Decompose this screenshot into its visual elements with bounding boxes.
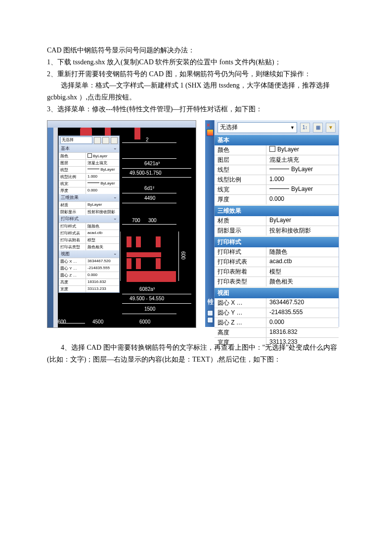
step-4: 4、选择 CAD 图中需要转换钢筋符号的文字标注，再查看上图中："无选择"处变成…: [47, 342, 345, 366]
prop-value[interactable]: acad.ctb: [266, 257, 339, 267]
prop-value[interactable]: 1.000: [266, 175, 339, 185]
prop-key: 颜色: [215, 145, 266, 155]
prop-value[interactable]: ByLayer: [86, 181, 119, 187]
section-header[interactable]: 基本: [215, 135, 339, 145]
mini-selector[interactable]: 无选择: [60, 137, 92, 144]
close-icon[interactable]: ×: [207, 122, 210, 128]
prop-value[interactable]: 0.000: [86, 272, 119, 278]
mini-prop-row[interactable]: 打印样式随颜色: [59, 223, 119, 230]
mini-prop-row[interactable]: 阴影显示投射和接收阴影: [59, 208, 119, 215]
mini-prop-row[interactable]: 高度18316.832: [59, 278, 119, 285]
prop-row[interactable]: 高度18316.832: [215, 327, 339, 337]
doc-title: CAD 图纸中钢筋符号显示问号问题的解决办法：: [47, 45, 345, 56]
prop-row[interactable]: 线型比例1.000: [215, 175, 339, 185]
toggle-value-icon[interactable]: 1↕: [300, 123, 310, 133]
prop-key: 线型比例: [215, 175, 266, 185]
spine-button-icon[interactable]: [207, 317, 213, 323]
prop-row[interactable]: 线型ByLayer: [215, 165, 339, 175]
section-header[interactable]: 视图: [215, 288, 339, 298]
prop-key: 高度: [215, 328, 266, 337]
prop-row[interactable]: 颜色ByLayer: [215, 145, 339, 155]
mini-prop-row[interactable]: 线宽 ByLayer: [59, 180, 119, 187]
prop-row[interactable]: 线宽ByLayer: [215, 185, 339, 194]
prop-value[interactable]: 33113.233: [86, 286, 119, 292]
prop-row[interactable]: 打印样式随颜色: [215, 247, 339, 257]
prop-value[interactable]: acad.ctb: [86, 230, 119, 236]
prop-value[interactable]: 模型: [266, 267, 339, 277]
prop-value[interactable]: 模型: [86, 237, 119, 243]
prop-value[interactable]: 颜色相关: [266, 277, 339, 286]
prop-row[interactable]: 打印表类型颜色相关: [215, 277, 339, 286]
selection-dropdown[interactable]: 无选择 ▼: [218, 122, 297, 133]
prop-row[interactable]: 圆心 X …3634467.520: [215, 298, 339, 308]
palette-icon[interactable]: [207, 129, 214, 136]
mini-prop-row[interactable]: 圆心 Z …0.000: [59, 272, 119, 278]
prop-value[interactable]: 0.000: [86, 187, 119, 194]
prop-value[interactable]: 3634467.520: [86, 258, 119, 265]
prop-value[interactable]: 混凝土填充: [266, 155, 339, 165]
rebar-shape: [127, 271, 176, 282]
mini-prop-row[interactable]: 圆心 X …3634467.520: [59, 258, 119, 265]
prop-value[interactable]: -214835.555: [86, 265, 119, 272]
mini-properties-panel[interactable]: 无选择 基本⌄颜色ByLayer图层混凝土填充线型 ByLayer线型比例1.0…: [58, 136, 120, 293]
prop-value[interactable]: 投射和接收阴影: [86, 209, 119, 215]
prop-key: 材质: [215, 216, 266, 226]
mini-section-header[interactable]: 视图⌄: [59, 250, 119, 258]
prop-value[interactable]: 混凝土填充: [86, 160, 119, 166]
mini-prop-row[interactable]: 打印样式表acad.ctb: [59, 230, 119, 236]
prop-value[interactable]: 颜色相关: [86, 244, 119, 250]
section-header[interactable]: 打印样式: [215, 237, 339, 247]
mini-prop-row[interactable]: 打印表附着模型: [59, 236, 119, 243]
mini-prop-row[interactable]: 线型 ByLayer: [59, 166, 119, 173]
spine-button-icon[interactable]: [207, 310, 213, 316]
prop-value[interactable]: 1.000: [86, 174, 119, 180]
mini-section-header[interactable]: 三维效果⌄: [59, 194, 119, 201]
prop-value[interactable]: ByLayer: [266, 216, 339, 226]
prop-value[interactable]: 0.000: [266, 318, 339, 327]
prop-value[interactable]: 0.000: [266, 195, 339, 204]
prop-row[interactable]: 厚度0.000: [215, 194, 339, 204]
prop-row[interactable]: 打印样式表acad.ctb: [215, 257, 339, 267]
quick-select-icon[interactable]: ▦: [313, 123, 323, 133]
prop-row[interactable]: 打印表附着模型: [215, 267, 339, 277]
prop-key: 高度: [59, 279, 86, 285]
mini-section-header[interactable]: 打印样式⌄: [59, 215, 119, 223]
prop-value[interactable]: 18316.832: [86, 279, 119, 285]
prop-value[interactable]: 18316.832: [266, 328, 339, 337]
prop-row[interactable]: 阴影显示投射和接收阴影: [215, 226, 339, 235]
mini-prop-row[interactable]: 颜色ByLayer: [59, 152, 119, 159]
prop-key: 打印表类型: [215, 277, 266, 286]
prop-value[interactable]: ByLayer: [266, 185, 339, 194]
step-1: 1、下载 tssdeng.shx 放入(复制)CAD 软件所安装的位置中 fon…: [47, 56, 345, 68]
prop-value[interactable]: 随颜色: [266, 247, 339, 257]
prop-value[interactable]: ByLayer: [86, 153, 119, 159]
prop-value[interactable]: 3634467.520: [266, 298, 339, 308]
prop-value[interactable]: 随颜色: [86, 223, 119, 230]
prop-row[interactable]: 圆心 Z …0.000: [215, 318, 339, 327]
prop-value[interactable]: ByLayer: [266, 145, 339, 155]
prop-value[interactable]: ByLayer: [266, 165, 339, 175]
prop-key: 材质: [59, 202, 86, 208]
mini-prop-row[interactable]: 打印表类型颜色相关: [59, 243, 119, 250]
filter-icon[interactable]: ▼: [326, 123, 336, 133]
mini-icon[interactable]: [102, 137, 109, 144]
mini-prop-row[interactable]: 材质ByLayer: [59, 201, 119, 208]
mini-prop-row[interactable]: 厚度0.000: [59, 187, 119, 194]
mini-section-header[interactable]: 基本⌄: [59, 145, 119, 152]
dim-line: [122, 142, 176, 143]
section-header[interactable]: 三维效果: [215, 206, 339, 216]
prop-row[interactable]: 图层混凝土填充: [215, 155, 339, 165]
mini-icon[interactable]: [94, 137, 101, 144]
mini-prop-row[interactable]: 线型比例1.000: [59, 173, 119, 180]
mini-icon[interactable]: [111, 137, 118, 144]
prop-value[interactable]: ByLayer: [86, 167, 119, 173]
prop-row[interactable]: 材质ByLayer: [215, 216, 339, 226]
prop-value[interactable]: 投射和接收阴影: [266, 226, 339, 235]
mini-prop-row[interactable]: 图层混凝土填充: [59, 159, 119, 166]
prop-row[interactable]: 圆心 Y …-214835.555: [215, 308, 339, 318]
prop-value[interactable]: -214835.555: [266, 308, 339, 318]
prop-value[interactable]: ByLayer: [86, 202, 119, 208]
dim-label: 1500: [144, 307, 155, 312]
mini-prop-row[interactable]: 宽度33113.233: [59, 285, 119, 292]
mini-prop-row[interactable]: 圆心 Y …-214835.555: [59, 265, 119, 272]
